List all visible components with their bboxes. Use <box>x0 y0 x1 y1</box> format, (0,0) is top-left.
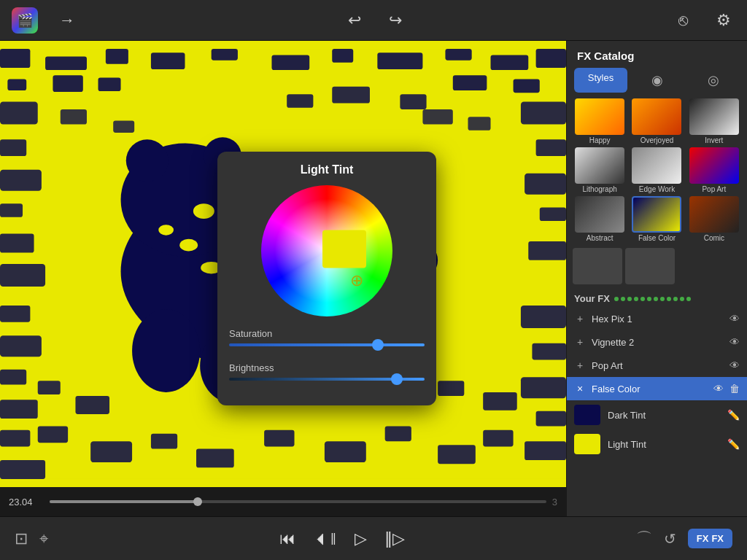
yellow-swatch[interactable] <box>322 230 366 268</box>
svg-rect-73 <box>113 120 134 133</box>
fx-thumb-overjoyed <box>632 98 681 135</box>
svg-rect-10 <box>491 55 529 70</box>
svg-rect-40 <box>0 203 23 217</box>
fx-eye-popart-icon[interactable]: 👁 <box>729 359 740 371</box>
svg-rect-1 <box>0 49 30 68</box>
fx-row-popart[interactable]: + Pop Art 👁 <box>567 354 747 377</box>
fx-label-popart: Pop Art <box>702 185 726 193</box>
svg-rect-47 <box>0 430 30 447</box>
fx-close-falsecolor-icon[interactable]: × <box>574 383 586 394</box>
panel-title: FX Catalog <box>567 41 747 68</box>
redo-button[interactable]: ↪ <box>384 9 407 32</box>
fx-delete-falsecolor-icon[interactable]: 🗑 <box>729 383 740 394</box>
fx-row-vignette-actions: 👁 <box>729 336 740 348</box>
fx-add-popart-icon: + <box>574 359 586 371</box>
saturation-section: Saturation <box>229 325 425 359</box>
svg-point-36 <box>193 203 214 219</box>
svg-rect-15 <box>453 75 487 90</box>
svg-rect-14 <box>98 77 121 91</box>
fx-eye-vignette-icon[interactable]: 👁 <box>729 336 740 348</box>
svg-rect-8 <box>377 52 422 69</box>
fx-dot-6 <box>647 297 651 301</box>
tab-styles[interactable]: Styles <box>574 68 627 93</box>
fx-thumb-more-2[interactable] <box>625 248 675 284</box>
light-tint-swatch[interactable] <box>574 434 600 454</box>
fx-dot-12 <box>686 297 691 301</box>
fx-thumb-invert <box>689 98 739 135</box>
light-tint-edit-icon[interactable]: ✏️ <box>727 438 740 450</box>
dark-tint-edit-icon[interactable]: ✏️ <box>727 409 740 421</box>
back-frame-button[interactable]: ⏴‖ <box>313 529 337 548</box>
crosshair-icon[interactable]: ⊕ <box>350 271 363 290</box>
fx-label-invert: Invert <box>705 136 723 144</box>
tab-tint[interactable]: ◉ <box>630 68 684 93</box>
svg-rect-61 <box>151 434 177 449</box>
svg-rect-3 <box>106 49 128 64</box>
svg-rect-50 <box>536 139 566 156</box>
toolbar-left: 🎬 → <box>12 7 79 34</box>
svg-rect-43 <box>0 306 30 322</box>
video-area: 23.04 3 Light Tint ⊕ Saturation <box>0 41 566 516</box>
curve-icon[interactable]: ⌒ <box>636 528 652 550</box>
fx-label-overjoyed: Overjoyed <box>640 136 674 144</box>
svg-rect-12 <box>7 79 26 91</box>
timeline-thumb[interactable] <box>193 497 202 506</box>
rotate-icon[interactable]: ↺ <box>664 530 676 548</box>
rewind-button[interactable]: ⏮ <box>279 529 295 548</box>
cursor-tool-icon[interactable]: ⌖ <box>39 529 48 548</box>
fx-label-falsecolor: False Color <box>638 234 676 242</box>
fx-item-invert[interactable]: Invert <box>687 98 741 144</box>
frame-crop-icon[interactable]: ⊡ <box>15 529 28 548</box>
fx-dot-8 <box>660 297 665 301</box>
saturation-thumb[interactable] <box>372 339 384 351</box>
svg-rect-76 <box>400 94 426 109</box>
color-item-lighttint: Light Tint ✏️ <box>567 429 747 459</box>
fx-item-comic[interactable]: Comic <box>687 196 741 242</box>
toolbar-right: ⎋ ⚙ <box>671 9 735 32</box>
app-icon[interactable]: 🎬 <box>12 7 38 34</box>
bottom-left-icons: ⊡ ⌖ <box>15 529 48 548</box>
fx-toggle-button[interactable]: FX FX <box>688 529 732 548</box>
fx-thumb-lithograph <box>575 147 624 184</box>
fx-row-hexpix[interactable]: + Hex Pix 1 👁 <box>567 307 747 330</box>
fx-thumb-more-1[interactable] <box>573 248 622 284</box>
fx-eye-falsecolor-icon[interactable]: 👁 <box>713 383 724 394</box>
fx-item-popart[interactable]: Pop Art <box>687 147 741 193</box>
back-button[interactable]: → <box>55 9 79 32</box>
svg-rect-45 <box>0 370 26 385</box>
dark-tint-swatch[interactable] <box>574 405 600 425</box>
svg-rect-56 <box>521 377 566 398</box>
fx-item-falsecolor[interactable]: False Color <box>630 196 684 242</box>
color-item-darktint: Dark Tint ✏️ <box>567 400 747 429</box>
forward-frame-button[interactable]: ‖▷ <box>384 529 405 548</box>
fx-add-vignette-icon: + <box>574 336 586 348</box>
fx-item-happy[interactable]: Happy <box>573 98 627 144</box>
fx-row-falsecolor[interactable]: × False Color 👁 🗑 <box>567 377 747 400</box>
fx-item-edgework[interactable]: Edge Work <box>630 147 684 193</box>
export-button[interactable]: ⎋ <box>671 9 694 32</box>
svg-rect-6 <box>271 55 309 70</box>
fx-eye-hexpix-icon[interactable]: 👁 <box>729 313 740 324</box>
fx-item-overjoyed[interactable]: Overjoyed <box>630 98 684 144</box>
svg-rect-38 <box>0 139 26 156</box>
brightness-thumb[interactable] <box>391 373 403 385</box>
svg-rect-51 <box>525 174 566 195</box>
light-tint-label: Light Tint <box>608 439 720 450</box>
fx-label-edgework: Edge Work <box>639 185 675 193</box>
svg-rect-52 <box>540 207 566 221</box>
timeline-track[interactable] <box>50 500 546 503</box>
svg-rect-65 <box>385 426 411 441</box>
fx-item-lithograph[interactable]: Lithograph <box>573 147 627 193</box>
saturation-track[interactable] <box>229 343 425 346</box>
color-wheel[interactable]: ⊕ <box>261 185 392 316</box>
fx-item-abstract[interactable]: Abstract <box>573 196 627 242</box>
fx-styles-grid: Happy Overjoyed Invert Lithograph Edge W… <box>567 98 747 248</box>
undo-button[interactable]: ↩ <box>343 9 366 32</box>
fx-row-vignette[interactable]: + Vignette 2 👁 <box>567 330 747 354</box>
brightness-track[interactable] <box>229 378 425 381</box>
tab-vignette[interactable]: ◎ <box>686 68 740 93</box>
fx-label-abstract: Abstract <box>587 234 614 242</box>
fx-thumb-happy <box>575 98 624 135</box>
play-button[interactable]: ▷ <box>355 529 367 548</box>
settings-button[interactable]: ⚙ <box>712 9 735 32</box>
